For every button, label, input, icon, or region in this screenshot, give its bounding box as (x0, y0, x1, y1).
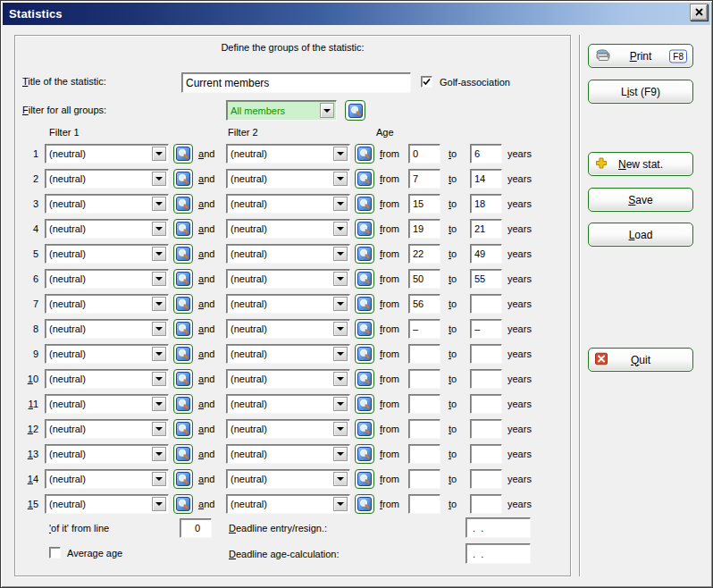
combo-arrow-button[interactable] (333, 222, 348, 236)
combo-arrow-button[interactable] (152, 347, 166, 361)
combo-arrow-button[interactable] (333, 472, 348, 486)
filter1-combo[interactable]: (neutral) (45, 244, 169, 264)
print-button[interactable]: Print F8 (588, 44, 693, 68)
combo-arrow-button[interactable] (333, 422, 348, 436)
close-button[interactable] (690, 4, 708, 21)
age-to-input[interactable] (470, 319, 502, 339)
load-button[interactable]: Load (588, 223, 693, 247)
age-to-input[interactable] (470, 169, 502, 189)
combo-arrow-button[interactable] (333, 297, 348, 311)
age-to-input[interactable] (470, 269, 502, 289)
filter-all-search-button[interactable] (345, 100, 365, 121)
combo-arrow-button[interactable] (152, 197, 166, 211)
filter2-combo[interactable]: (neutral) (226, 444, 350, 464)
combo-arrow-button[interactable] (333, 447, 348, 461)
filter1-combo[interactable]: (neutral) (45, 219, 169, 239)
age-to-input[interactable] (470, 394, 502, 414)
filter2-combo[interactable]: (neutral) (226, 194, 350, 214)
filter1-search-button[interactable] (173, 194, 193, 214)
age-from-input[interactable] (408, 319, 440, 339)
combo-arrow-button[interactable] (333, 272, 348, 286)
filter2-search-button[interactable] (355, 494, 374, 514)
combo-arrow-button[interactable] (152, 297, 166, 311)
filter1-combo[interactable]: (neutral) (45, 494, 169, 514)
filter1-combo[interactable]: (neutral) (45, 144, 169, 164)
age-to-input[interactable] (470, 494, 502, 514)
filter2-search-button[interactable] (355, 219, 374, 239)
age-from-input[interactable] (408, 494, 440, 514)
deadline-age-input[interactable] (466, 543, 531, 564)
filter2-search-button[interactable] (355, 269, 374, 289)
filter1-combo[interactable]: (neutral) (45, 469, 169, 489)
combo-arrow-button[interactable] (152, 147, 166, 161)
deadline-entry-input[interactable] (466, 517, 531, 538)
age-from-input[interactable] (408, 344, 440, 364)
age-from-input[interactable] (408, 369, 440, 389)
filter2-search-button[interactable] (355, 444, 374, 464)
age-to-input[interactable] (470, 469, 502, 489)
golf-association-checkbox[interactable] (421, 76, 432, 88)
combo-arrow-button[interactable] (152, 472, 166, 486)
filter2-search-button[interactable] (355, 169, 374, 189)
filter1-search-button[interactable] (173, 319, 193, 339)
age-to-input[interactable] (470, 244, 502, 264)
age-to-input[interactable] (470, 294, 502, 314)
age-from-input[interactable] (408, 419, 440, 439)
filter1-search-button[interactable] (173, 394, 193, 414)
filter1-search-button[interactable] (173, 494, 193, 514)
filter1-search-button[interactable] (173, 469, 193, 489)
combo-arrow-button[interactable] (152, 222, 166, 236)
filter1-search-button[interactable] (173, 294, 193, 314)
filter2-combo[interactable]: (neutral) (226, 219, 350, 239)
age-from-input[interactable] (408, 219, 440, 239)
filter1-combo[interactable]: (neutral) (45, 369, 169, 389)
combo-arrow-button[interactable] (152, 497, 166, 511)
age-to-input[interactable] (470, 369, 502, 389)
combo-arrow-button[interactable] (333, 497, 348, 511)
combo-arrow-button[interactable] (333, 147, 348, 161)
filter1-search-button[interactable] (173, 419, 193, 439)
filter-all-groups-combo[interactable]: All members (226, 100, 337, 121)
filter1-search-button[interactable] (173, 344, 193, 364)
filter1-combo[interactable]: (neutral) (45, 169, 169, 189)
filter1-search-button[interactable] (173, 169, 193, 189)
filter2-search-button[interactable] (355, 419, 374, 439)
filter2-search-button[interactable] (355, 244, 374, 264)
age-from-input[interactable] (408, 194, 440, 214)
combo-arrow-button[interactable] (333, 172, 348, 186)
combo-arrow-button[interactable] (152, 172, 166, 186)
filter1-search-button[interactable] (173, 144, 193, 164)
filter2-combo[interactable]: (neutral) (226, 169, 350, 189)
list-button[interactable]: List (F9) (588, 80, 693, 104)
age-to-input[interactable] (470, 444, 502, 464)
combo-arrow-button[interactable] (152, 272, 166, 286)
combo-arrow-button[interactable] (152, 397, 166, 411)
age-to-input[interactable] (470, 419, 502, 439)
filter1-combo[interactable]: (neutral) (45, 344, 169, 364)
age-to-input[interactable] (470, 194, 502, 214)
combo-arrow-button[interactable] (320, 103, 334, 118)
combo-arrow-button[interactable] (152, 247, 166, 261)
filter1-search-button[interactable] (173, 244, 193, 264)
statistic-title-input[interactable] (181, 72, 411, 93)
age-from-input[interactable] (408, 269, 440, 289)
filter1-combo[interactable]: (neutral) (45, 269, 169, 289)
filter2-search-button[interactable] (355, 469, 374, 489)
filter1-combo[interactable]: (neutral) (45, 319, 169, 339)
filter1-search-button[interactable] (173, 219, 193, 239)
age-from-input[interactable] (408, 244, 440, 264)
filter2-search-button[interactable] (355, 144, 374, 164)
filter2-combo[interactable]: (neutral) (226, 294, 350, 314)
combo-arrow-button[interactable] (333, 247, 348, 261)
combo-arrow-button[interactable] (152, 372, 166, 386)
filter2-combo[interactable]: (neutral) (226, 419, 350, 439)
filter1-search-button[interactable] (173, 444, 193, 464)
age-from-input[interactable] (408, 169, 440, 189)
filter2-combo[interactable]: (neutral) (226, 144, 350, 164)
age-from-input[interactable] (408, 144, 440, 164)
age-to-input[interactable] (470, 144, 502, 164)
combo-arrow-button[interactable] (333, 372, 348, 386)
filter2-search-button[interactable] (355, 319, 374, 339)
age-from-input[interactable] (408, 394, 440, 414)
filter2-search-button[interactable] (355, 369, 374, 389)
